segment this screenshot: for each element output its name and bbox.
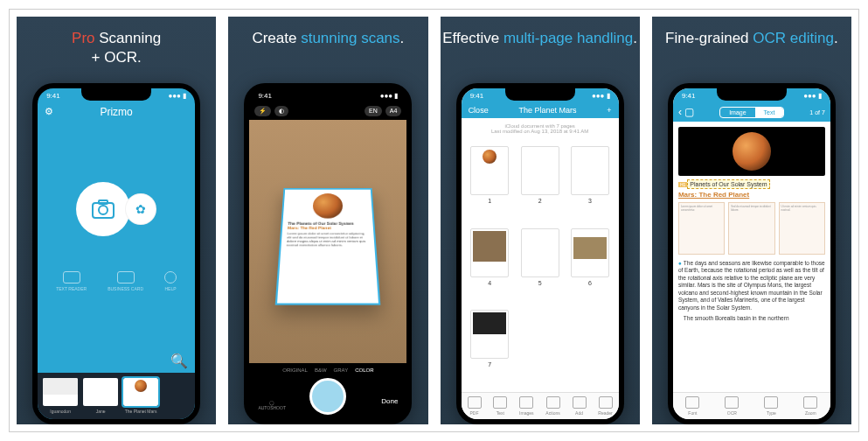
images-button[interactable]: Images <box>519 396 533 416</box>
ocr-toolbar: Font OCR Type Zoom <box>673 392 830 419</box>
seg-text[interactable]: Text <box>755 108 784 117</box>
page-thumb-7[interactable]: 7 <box>469 310 511 385</box>
panel-2: Create stunning scans. 9:41●●● ▮ ⚡ ◐ EN … <box>228 17 427 424</box>
panel-1-title: Pro Scanning + OCR. <box>72 29 161 67</box>
reader-button[interactable]: Reader <box>598 396 612 416</box>
font-button[interactable]: Font <box>685 396 699 416</box>
ocr-nav: ‹ ▢ Image Text 1 of 7 <box>673 102 830 122</box>
format-badge[interactable]: A4 <box>385 106 402 116</box>
mars-image <box>313 193 344 218</box>
actions-button[interactable]: Actions <box>545 396 559 416</box>
doc-info: iCloud document with 7 pages Last modifi… <box>462 118 619 139</box>
panel-4: Fine-grained OCR editing. 9:41●●● ▮ ‹ ▢ … <box>652 17 851 424</box>
ocr-button[interactable]: OCR <box>725 396 739 416</box>
panel-3-title: Effective multi-page handling. <box>442 29 637 67</box>
mars-image <box>678 127 825 176</box>
ocr-heading[interactable]: Mars: The Red Planet <box>678 191 825 199</box>
app-header: ⚙ Prizmo <box>38 102 195 123</box>
page-thumb-1[interactable]: 1 <box>469 146 511 221</box>
notch <box>293 88 363 101</box>
nav-bar: Close The Planet Mars + <box>462 102 619 118</box>
panel-4-title: Fine-grained OCR editing. <box>665 29 838 67</box>
phone-mockup-1: 9:41●●● ▮ ⚙ Prizmo ✿ TEXT READER B <box>32 83 200 424</box>
help-button[interactable]: HELP <box>164 271 177 291</box>
back-button[interactable]: ‹ ▢ <box>678 106 694 118</box>
timer-icon[interactable]: ◐ <box>274 106 288 116</box>
bottom-toolbar: PDF Text Images Actions Add Reader <box>462 392 619 419</box>
ocr-region-2[interactable]: Sed do eiusmod tempor incididunt labore. <box>728 202 774 255</box>
add-button[interactable]: + <box>607 106 611 115</box>
lang-badge[interactable]: EN <box>365 106 382 116</box>
page-thumb-5[interactable]: 5 <box>518 228 561 304</box>
phone-mockup-2: 9:41●●● ▮ ⚡ ◐ EN A4 The Planets of O <box>244 83 412 424</box>
camera-viewfinder: The Planets of Our Solar System Mars: Th… <box>249 120 406 363</box>
page-thumb-3[interactable]: 3 <box>568 146 611 221</box>
panel-3: Effective multi-page handling. 9:41●●● ▮… <box>441 17 640 424</box>
panel-1: Pro Scanning + OCR. 9:41●●● ▮ ⚙ Prizmo <box>17 17 216 424</box>
pdf-button[interactable]: PDF <box>468 396 482 416</box>
business-card-button[interactable]: BUSINESS CARD <box>108 271 143 291</box>
ocr-paragraph-2[interactable]: ●The smooth Borealis basin in the northe… <box>678 315 825 322</box>
ocr-paragraph[interactable]: ●The days and seasons are likewise compa… <box>678 260 825 312</box>
type-button[interactable]: Type <box>764 396 778 416</box>
autoshoot-toggle[interactable]: ◯AUTOSHOOT <box>258 400 286 410</box>
page-thumb-2[interactable]: 2 <box>518 146 561 221</box>
panel-2-title: Create stunning scans. <box>252 29 404 67</box>
svg-point-1 <box>99 206 108 214</box>
phone-mockup-3: 9:41●●● ▮ Close The Planet Mars + iCloud… <box>456 83 624 424</box>
color-modes[interactable]: ORIGINAL B&W GRAY COLOR <box>282 368 373 373</box>
doc-thumb-3[interactable]: The Planet Mars <box>123 378 158 414</box>
notch <box>717 88 787 101</box>
done-button[interactable]: Done <box>381 397 398 405</box>
seg-image[interactable]: Image <box>720 108 754 117</box>
ocr-region-3[interactable]: Ut enim ad minim veniam quis nostrud. <box>779 202 825 255</box>
phone-mockup-4: 9:41●●● ▮ ‹ ▢ Image Text 1 of 7 H1Planet… <box>668 83 836 424</box>
screenshot-gallery: Pro Scanning + OCR. 9:41●●● ▮ ⚙ Prizmo <box>9 9 859 432</box>
text-button[interactable]: Text <box>493 396 507 416</box>
view-segment[interactable]: Image Text <box>719 107 784 118</box>
zoom-button[interactable]: Zoom <box>803 396 817 416</box>
flash-icon[interactable]: ⚡ <box>254 106 271 116</box>
ocr-content[interactable]: H1Planets of Our Solar System Mars: The … <box>673 122 830 392</box>
close-button[interactable]: Close <box>469 106 489 115</box>
notch <box>505 88 575 101</box>
settings-icon[interactable]: ⚙ <box>45 106 53 117</box>
page-grid: 1 2 3 4 5 6 7 <box>462 139 619 392</box>
document-shelf: Iguanodon Jane The Planet Mars <box>38 373 195 419</box>
doc-thumb-1[interactable]: Iguanodon <box>43 378 78 414</box>
doc-title: The Planet Mars <box>518 106 576 115</box>
ocr-region-1[interactable]: Lorem ipsum dolor sit amet consectetur. <box>678 202 725 255</box>
photos-button[interactable]: ✿ <box>125 193 156 225</box>
doc-thumb-2[interactable]: Jane <box>83 378 118 414</box>
page-thumb-6[interactable]: 6 <box>568 228 611 304</box>
notch <box>81 88 151 101</box>
add-button[interactable]: Add <box>573 396 587 416</box>
camera-button[interactable] <box>76 182 130 236</box>
text-reader-button[interactable]: TEXT READER <box>56 271 87 291</box>
shutter-button[interactable] <box>309 378 346 415</box>
search-icon[interactable]: 🔍 <box>38 349 195 373</box>
page-thumb-4[interactable]: 4 <box>469 228 511 304</box>
app-title: Prizmo <box>100 106 132 118</box>
detected-document: The Planets of Our Solar System Mars: Th… <box>275 188 381 304</box>
page-counter: 1 of 7 <box>809 109 825 116</box>
